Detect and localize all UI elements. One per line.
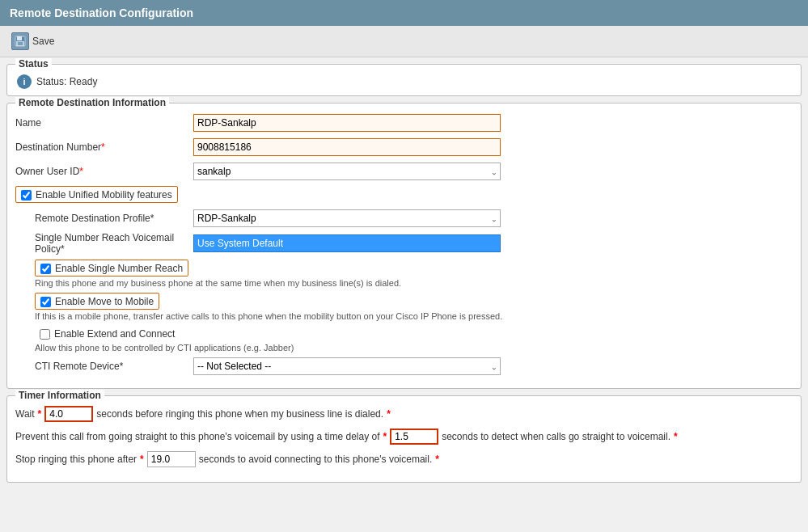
enable-extend-label: Enable Extend and Connect [54, 328, 175, 340]
owner-user-select[interactable]: sankalp [193, 163, 501, 180]
timer-section-title: Timer Information [15, 390, 104, 401]
rdp-select-wrapper: RDP-Sankalp [193, 209, 501, 227]
rdp-select[interactable]: RDP-Sankalp [193, 209, 501, 227]
owner-user-label: Owner User ID* [15, 166, 193, 177]
page-title: Remote Destination Configuration [10, 6, 193, 19]
prevent-suffix: seconds to detect when calls go straight… [442, 431, 671, 442]
rdi-section: Remote Destination Information Name Dest… [6, 103, 802, 389]
enable-extend-checkbox[interactable] [40, 329, 50, 340]
enable-snr-checkbox[interactable] [40, 264, 51, 274]
enable-snr-label-box[interactable]: Enable Single Number Reach [35, 260, 188, 277]
wait-label: Wait [15, 408, 35, 420]
stop-row: Stop ringing this phone after * seconds … [15, 451, 793, 467]
prevent-label: Prevent this call from going straight to… [15, 431, 380, 442]
enable-um-checkbox[interactable] [21, 190, 32, 201]
save-button[interactable]: Save [8, 31, 57, 52]
status-section-title: Status [15, 58, 52, 70]
stop-input[interactable] [147, 451, 196, 467]
svg-rect-1 [17, 36, 22, 40]
save-icon [11, 32, 29, 50]
svg-rect-3 [18, 42, 23, 45]
snr-voicemail-select[interactable]: Use System Default [193, 234, 501, 252]
snr-voicemail-label: Single Number Reach Voicemail Policy* [35, 232, 193, 255]
enable-um-label: Enable Unified Mobility features [36, 189, 172, 201]
enable-um-row: Enable Unified Mobility features [15, 186, 793, 203]
name-input[interactable] [193, 114, 501, 132]
stop-label: Stop ringing this phone after [15, 454, 137, 465]
cti-label: CTI Remote Device* [35, 361, 193, 372]
status-text: Status: Ready [36, 76, 97, 87]
cti-select[interactable]: -- Not Selected -- [193, 357, 501, 375]
toolbar: Save [0, 26, 808, 57]
save-label: Save [32, 36, 54, 47]
enable-extend-row: Enable Extend and Connect [15, 326, 793, 341]
status-section: Status i Status: Ready [6, 64, 802, 96]
owner-user-select-wrapper: sankalp [193, 163, 501, 180]
move-description: If this is a mobile phone, transfer acti… [15, 311, 793, 321]
cti-select-wrapper: -- Not Selected -- [193, 357, 501, 375]
enable-snr-row: Enable Single Number Reach [15, 260, 793, 277]
wait-suffix: seconds before ringing this phone when m… [96, 408, 383, 420]
prevent-row: Prevent this call from going straight to… [15, 429, 793, 445]
owner-user-row: Owner User ID* sankalp [15, 162, 793, 181]
dest-number-row: Destination Number* [15, 137, 793, 157]
snr-description: Ring this phone and my business phone at… [15, 278, 793, 288]
dest-number-label: Destination Number* [15, 141, 193, 153]
dest-number-input[interactable] [193, 138, 501, 156]
enable-um-label-box[interactable]: Enable Unified Mobility features [15, 186, 178, 203]
wait-row: Wait * seconds before ringing this phone… [15, 406, 793, 422]
rdp-row: Remote Destination Profile* RDP-Sankalp [15, 209, 793, 227]
info-icon: i [17, 74, 32, 89]
rdi-section-title: Remote Destination Information [15, 97, 169, 108]
enable-move-label-box[interactable]: Enable Move to Mobile [35, 293, 159, 310]
cti-row: CTI Remote Device* -- Not Selected -- [15, 357, 793, 375]
enable-move-label: Enable Move to Mobile [55, 296, 154, 307]
timer-section: Timer Information Wait * seconds before … [6, 395, 802, 483]
name-label: Name [15, 117, 193, 129]
rdp-label: Remote Destination Profile* [35, 213, 193, 224]
enable-move-row: Enable Move to Mobile [15, 293, 793, 310]
enable-move-checkbox[interactable] [40, 297, 51, 307]
extend-description: Allow this phone to be controlled by CTI… [15, 343, 793, 353]
status-content: i Status: Ready [17, 71, 791, 89]
page-header: Remote Destination Configuration [0, 0, 808, 26]
enable-snr-label: Enable Single Number Reach [55, 263, 183, 274]
wait-input[interactable] [44, 406, 93, 422]
enable-extend-label-box[interactable]: Enable Extend and Connect [35, 326, 180, 341]
name-row: Name [15, 113, 793, 133]
prevent-input[interactable] [390, 429, 438, 445]
snr-voicemail-row: Single Number Reach Voicemail Policy* Us… [15, 232, 793, 255]
stop-suffix: seconds to avoid connecting to this phon… [199, 454, 432, 465]
